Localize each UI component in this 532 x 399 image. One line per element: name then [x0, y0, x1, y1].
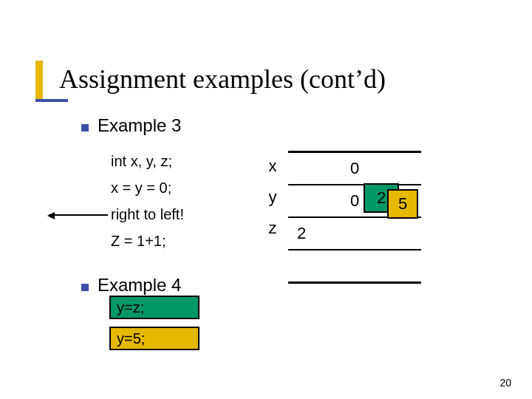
example-4-code-line-1: y=z;: [117, 299, 144, 316]
memory-row-empty: [288, 250, 421, 282]
var-x-label: x: [262, 151, 284, 182]
memory-value-z: 2: [297, 218, 306, 249]
example-4-heading: Example 4: [98, 275, 181, 296]
code-block: int x, y, z; x = y = 0; right to left! Z…: [111, 148, 184, 254]
example-4-code-green: y=z;: [109, 296, 200, 319]
overlay-y-green-value: 2: [377, 188, 386, 208]
variable-labels: x y z: [262, 151, 284, 244]
bullet-icon: [81, 284, 89, 291]
example-3-heading: Example 3: [98, 115, 181, 136]
code-line-3-wrap: right to left!: [111, 201, 184, 228]
title-accent-vertical: [35, 61, 43, 99]
var-z-label: z: [262, 213, 284, 244]
example-4-code-line-2: y=5;: [117, 330, 145, 347]
memory-row-z: 2: [288, 218, 421, 250]
code-line-2: x = y = 0;: [111, 174, 184, 201]
bullet-icon: [81, 124, 89, 132]
code-line-3: right to left!: [111, 206, 184, 222]
code-line-4: Z = 1+1;: [111, 228, 184, 254]
var-y-label: y: [262, 182, 284, 213]
code-line-1: int x, y, z;: [111, 148, 184, 174]
slide-title: Assignment examples (cont’d): [59, 64, 386, 95]
slide: Assignment examples (cont’d) Example 3 i…: [0, 0, 532, 399]
page-number: 20: [499, 377, 511, 389]
overlay-y-yellow: 5: [387, 189, 418, 219]
example-4-code-yellow: y=5;: [109, 327, 200, 350]
arrow-left-icon: [49, 214, 108, 216]
memory-row-x: 0: [288, 153, 421, 185]
title-accent-horizontal: [35, 99, 68, 102]
overlay-y-yellow-value: 5: [398, 194, 407, 214]
memory-value-x: 0: [288, 153, 421, 184]
